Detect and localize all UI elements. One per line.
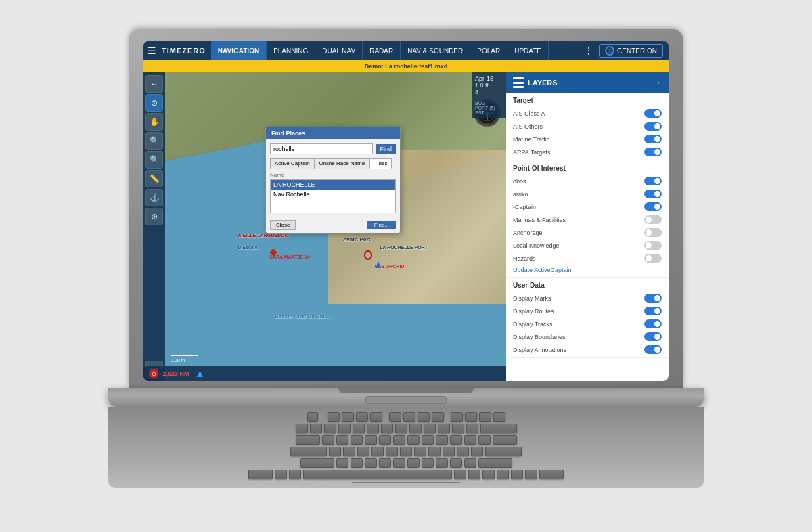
nav-item-radar[interactable]: RADAR: [363, 41, 401, 60]
key-f9[interactable]: [451, 412, 463, 422]
toggle-ais-class-a[interactable]: [644, 109, 662, 118]
key-f10[interactable]: [465, 412, 477, 422]
toggle-display-routes[interactable]: [644, 307, 662, 315]
key-f4[interactable]: [370, 412, 382, 422]
key-8[interactable]: [409, 424, 422, 433]
toolbar-back-btn[interactable]: ←: [145, 75, 163, 93]
toggle-hazards[interactable]: [644, 254, 662, 263]
find-close-button[interactable]: Close: [270, 220, 296, 230]
key-left[interactable]: [482, 470, 495, 479]
key-backspace[interactable]: [480, 424, 517, 433]
toggle-arriko[interactable]: [644, 190, 662, 198]
key-quote[interactable]: [471, 447, 483, 456]
key-capslock[interactable]: [290, 447, 327, 456]
find-result-item-2[interactable]: Nav Rochelle: [271, 190, 395, 199]
key-q[interactable]: [322, 435, 334, 445]
toggle-arpa-targets[interactable]: [644, 148, 662, 156]
key-x[interactable]: [351, 458, 363, 468]
toggle-anchorage[interactable]: [644, 228, 662, 237]
key-v[interactable]: [379, 458, 391, 468]
key-2[interactable]: [324, 424, 336, 433]
nav-item-planning[interactable]: PLANNING: [267, 41, 315, 60]
layers-arrow-icon[interactable]: →: [651, 76, 662, 89]
toggle-marine-traffic[interactable]: [644, 135, 662, 143]
key-o[interactable]: [436, 435, 448, 445]
key-rctrl[interactable]: [539, 470, 564, 479]
toolbar-hand-btn[interactable]: ✋: [145, 113, 163, 131]
key-s[interactable]: [343, 447, 355, 456]
key-e[interactable]: [351, 435, 363, 445]
key-f3[interactable]: [356, 412, 368, 422]
find-tab-tides[interactable]: Tides: [369, 158, 392, 169]
key-d[interactable]: [357, 447, 369, 456]
key-lmeta[interactable]: [289, 470, 301, 479]
key-f11[interactable]: [479, 412, 491, 422]
toggle-display-tracks[interactable]: [644, 319, 662, 328]
key-4[interactable]: [353, 424, 365, 433]
toggle-display-boundaries[interactable]: [644, 332, 662, 341]
key-equals[interactable]: [466, 424, 478, 433]
update-activecaptain-link[interactable]: Update ActiveCaptain: [513, 267, 572, 273]
find-tab-active-captain[interactable]: Active Captain: [270, 158, 315, 169]
toolbar-route-btn[interactable]: ⊕: [145, 208, 163, 225]
key-h[interactable]: [400, 447, 412, 456]
find-search-input[interactable]: [270, 143, 373, 154]
key-f1[interactable]: [328, 412, 340, 422]
key-3[interactable]: [338, 424, 351, 433]
key-enter[interactable]: [485, 447, 522, 456]
key-lctrl[interactable]: [248, 470, 273, 479]
key-a[interactable]: [329, 447, 341, 456]
key-n[interactable]: [407, 458, 420, 468]
toolbar-position-btn[interactable]: ⊙: [145, 94, 163, 112]
find-search-button[interactable]: Find: [376, 144, 396, 154]
nav-item-navigation[interactable]: NAVIGATION: [211, 41, 267, 60]
key-w[interactable]: [336, 435, 348, 445]
key-1[interactable]: [310, 424, 322, 433]
toggle-display-annotations[interactable]: [644, 345, 662, 354]
key-comma[interactable]: [436, 458, 448, 468]
key-f8[interactable]: [432, 412, 444, 422]
key-semicolon[interactable]: [457, 447, 469, 456]
key-k[interactable]: [428, 447, 441, 456]
key-rmeta[interactable]: [454, 470, 466, 479]
key-5[interactable]: [367, 424, 379, 433]
key-lalt[interactable]: [275, 470, 287, 479]
map-area[interactable]: ← ⊙ ✋ 🔍 🔍 📏 ⚓ ⊕ ••• Pointe Saint-Marc Av…: [143, 72, 669, 381]
nav-item-update[interactable]: UPDATE: [508, 41, 549, 60]
find-result-item-1[interactable]: LA ROCHELLE: [271, 180, 395, 190]
find-tab-online-race[interactable]: Online Race Name: [315, 158, 370, 169]
key-r[interactable]: [365, 435, 377, 445]
toolbar-zoom-in-btn[interactable]: 🔍: [145, 132, 163, 150]
key-backslash[interactable]: [493, 435, 517, 445]
key-tab[interactable]: [296, 435, 320, 445]
key-period[interactable]: [450, 458, 462, 468]
key-g[interactable]: [386, 447, 398, 456]
key-l[interactable]: [443, 447, 455, 456]
key-rbracket[interactable]: [478, 435, 491, 445]
key-up[interactable]: [497, 470, 509, 479]
nav-item-polar[interactable]: POLAR: [470, 41, 508, 60]
key-lbracket[interactable]: [464, 435, 476, 445]
key-down[interactable]: [511, 470, 523, 479]
key-6[interactable]: [381, 424, 393, 433]
nav-more-icon[interactable]: ⋮: [584, 45, 593, 56]
laptop-trackpad[interactable]: [352, 482, 460, 483]
key-f7[interactable]: [418, 412, 430, 422]
key-7[interactable]: [395, 424, 407, 433]
key-u[interactable]: [407, 435, 420, 445]
key-f2[interactable]: [342, 412, 354, 422]
key-9[interactable]: [424, 424, 436, 433]
toolbar-measure-btn[interactable]: 📏: [145, 170, 163, 187]
key-c[interactable]: [365, 458, 377, 468]
key-f5[interactable]: [389, 412, 401, 422]
key-backtick[interactable]: [296, 424, 308, 433]
key-minus[interactable]: [452, 424, 464, 433]
key-i[interactable]: [422, 435, 434, 445]
nav-item-dualnav[interactable]: DUAL NAV: [315, 41, 363, 60]
key-f12[interactable]: [493, 412, 505, 422]
key-y[interactable]: [393, 435, 405, 445]
key-t[interactable]: [379, 435, 391, 445]
key-space[interactable]: [303, 470, 452, 479]
toggle-marinas[interactable]: [644, 215, 662, 224]
key-m[interactable]: [422, 458, 434, 468]
